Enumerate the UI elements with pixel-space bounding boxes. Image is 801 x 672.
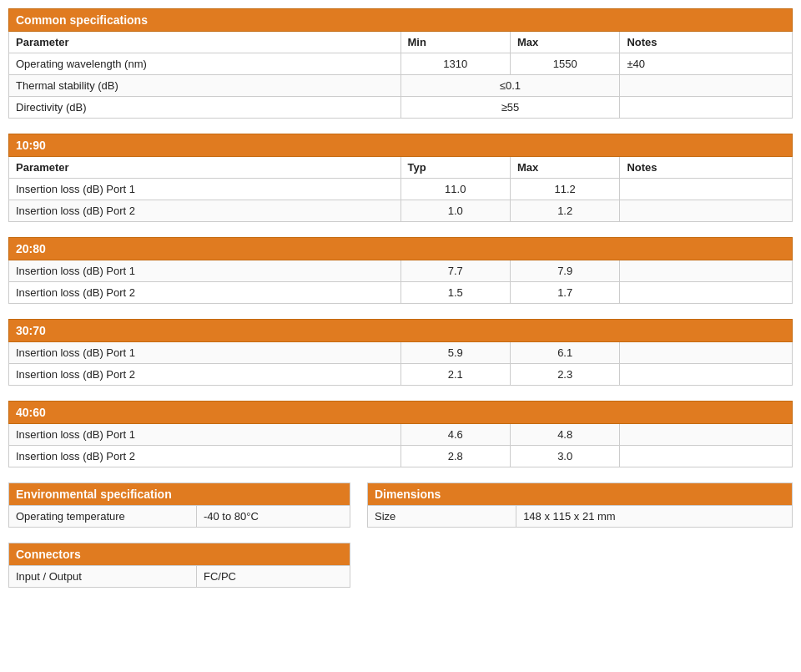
ratio-4060-row-1-param: Insertion loss (dB) Port 2 <box>9 446 401 467</box>
ratio-1090-header-cell: 10:90 <box>9 134 793 157</box>
ratio-1090-row-1-param: Insertion loss (dB) Port 2 <box>9 200 401 222</box>
common-header-cell: Common specifications <box>9 9 793 32</box>
common-row-0-max: 1550 <box>510 53 619 75</box>
ratio-3070-row-1-max: 2.3 <box>510 364 619 386</box>
common-col-param: Parameter <box>9 32 401 53</box>
ratio-4060-row-0-max: 4.8 <box>510 424 619 446</box>
env-table: Environmental specification Operating te… <box>8 483 350 528</box>
ratio-1090-row-0: Insertion loss (dB) Port 1 11.0 11.2 <box>9 179 793 200</box>
ratio-1090-table: 10:90 Parameter Typ Max Notes Insertion … <box>8 134 793 222</box>
ratio-3070-row-1-param: Insertion loss (dB) Port 2 <box>9 364 401 386</box>
env-value: -40 to 80°C <box>196 506 350 528</box>
ratio-4060-row-0: Insertion loss (dB) Port 1 4.6 4.8 <box>9 424 793 446</box>
ratio-4060-row-1-max: 3.0 <box>510 446 619 467</box>
ratio-3070-row-1-typ: 2.1 <box>400 364 510 386</box>
ratio-2080-row-1-param: Insertion loss (dB) Port 2 <box>9 282 401 304</box>
ratio-1090-row-0-max: 11.2 <box>510 179 619 200</box>
env-header-row: Environmental specification <box>9 483 350 506</box>
ratio-1090-row-1: Insertion loss (dB) Port 2 1.0 1.2 <box>9 200 793 222</box>
ratio-4060-row-0-notes <box>620 424 793 446</box>
ratio-2080-header-cell: 20:80 <box>9 238 793 260</box>
dimensions-row: Size 148 x 115 x 21 mm <box>368 506 793 528</box>
ratio-3070-table: 30:70 Insertion loss (dB) Port 1 5.9 6.1… <box>8 319 793 386</box>
common-row-0-notes: ±40 <box>620 53 793 75</box>
ratio-1090-row-1-typ: 1.0 <box>400 200 510 222</box>
ratio-4060-header-cell: 40:60 <box>9 402 793 424</box>
ratio-2080-row-0-notes <box>620 260 793 282</box>
dimensions-header-cell: Dimensions <box>368 483 793 506</box>
ratio-1090-header-row: 10:90 <box>9 134 793 157</box>
ratio-1090-row-0-notes <box>620 179 793 200</box>
common-row-0-min: 1310 <box>400 53 510 75</box>
env-row: Operating temperature -40 to 80°C <box>9 506 350 528</box>
ratio-3070-row-0: Insertion loss (dB) Port 1 5.9 6.1 <box>9 342 793 364</box>
common-row-1-notes <box>620 75 793 97</box>
bottom-right: Dimensions Size 148 x 115 x 21 mm <box>367 483 793 603</box>
bottom-left: Environmental specification Operating te… <box>8 483 350 603</box>
dimensions-header-row: Dimensions <box>368 483 793 506</box>
ratio-4060-row-1-typ: 2.8 <box>400 446 510 467</box>
ratio-2080-row-1-max: 1.7 <box>510 282 619 304</box>
env-header-cell: Environmental specification <box>9 483 350 506</box>
common-row-2: Directivity (dB) ≥55 <box>9 97 793 119</box>
ratio-4060-row-0-param: Insertion loss (dB) Port 1 <box>9 424 401 446</box>
common-header-row: Common specifications <box>9 9 793 32</box>
ratio-3070-row-0-typ: 5.9 <box>400 342 510 364</box>
ratio-3070-header-cell: 30:70 <box>9 320 793 342</box>
ratio-1090-col-typ: Typ <box>400 157 510 179</box>
ratio-2080-row-0-max: 7.9 <box>510 260 619 282</box>
page-wrapper: Common specifications Parameter Min Max … <box>8 8 793 603</box>
common-row-2-notes <box>620 97 793 119</box>
dimensions-table: Dimensions Size 148 x 115 x 21 mm <box>367 483 793 528</box>
ratio-4060-table: 40:60 Insertion loss (dB) Port 1 4.6 4.8… <box>8 401 793 467</box>
ratio-1090-row-0-param: Insertion loss (dB) Port 1 <box>9 179 401 200</box>
ratio-2080-row-0-param: Insertion loss (dB) Port 1 <box>9 260 401 282</box>
ratio-2080-row-1: Insertion loss (dB) Port 2 1.5 1.7 <box>9 282 793 304</box>
dimensions-param: Size <box>368 506 516 528</box>
connectors-header-cell: Connectors <box>9 543 350 566</box>
ratio-1090-col-header: Parameter Typ Max Notes <box>9 157 793 179</box>
ratio-1090-col-notes: Notes <box>620 157 793 179</box>
dimensions-value: 148 x 115 x 21 mm <box>516 506 793 528</box>
ratio-2080-row-1-notes <box>620 282 793 304</box>
ratio-2080-row-0-typ: 7.7 <box>400 260 510 282</box>
common-row-2-param: Directivity (dB) <box>9 97 401 119</box>
ratio-3070-row-0-param: Insertion loss (dB) Port 1 <box>9 342 401 364</box>
ratio-4060-row-0-typ: 4.6 <box>400 424 510 446</box>
ratio-1090-row-1-max: 1.2 <box>510 200 619 222</box>
common-row-1-param: Thermal stability (dB) <box>9 75 401 97</box>
ratio-4060-header-row: 40:60 <box>9 402 793 424</box>
common-col-min: Min <box>400 32 510 53</box>
common-row-0-param: Operating wavelength (nm) <box>9 53 401 75</box>
ratio-4060-row-1: Insertion loss (dB) Port 2 2.8 3.0 <box>9 446 793 467</box>
ratio-3070-row-1-notes <box>620 364 793 386</box>
ratio-3070-header-row: 30:70 <box>9 320 793 342</box>
ratio-3070-row-0-max: 6.1 <box>510 342 619 364</box>
common-col-header: Parameter Min Max Notes <box>9 32 793 53</box>
common-row-2-val: ≥55 <box>400 97 620 119</box>
ratio-1090-col-max: Max <box>510 157 619 179</box>
ratio-2080-table: 20:80 Insertion loss (dB) Port 1 7.7 7.9… <box>8 237 793 304</box>
connectors-table: Connectors Input / Output FC/PC <box>8 543 350 588</box>
common-specs-table: Common specifications Parameter Min Max … <box>8 8 793 119</box>
common-row-0: Operating wavelength (nm) 1310 1550 ±40 <box>9 53 793 75</box>
connectors-header-row: Connectors <box>9 543 350 566</box>
bottom-section: Environmental specification Operating te… <box>8 483 793 603</box>
common-col-notes: Notes <box>620 32 793 53</box>
ratio-2080-row-1-typ: 1.5 <box>400 282 510 304</box>
ratio-3070-row-0-notes <box>620 342 793 364</box>
ratio-3070-row-1: Insertion loss (dB) Port 2 2.1 2.3 <box>9 364 793 386</box>
connectors-param: Input / Output <box>9 566 197 588</box>
connectors-value: FC/PC <box>196 566 350 588</box>
ratio-1090-row-1-notes <box>620 200 793 222</box>
ratio-2080-header-row: 20:80 <box>9 238 793 260</box>
ratio-2080-row-0: Insertion loss (dB) Port 1 7.7 7.9 <box>9 260 793 282</box>
ratio-1090-col-param: Parameter <box>9 157 401 179</box>
common-col-max: Max <box>510 32 619 53</box>
ratio-4060-row-1-notes <box>620 446 793 467</box>
common-row-1-val: ≤0.1 <box>400 75 620 97</box>
ratio-1090-row-0-typ: 11.0 <box>400 179 510 200</box>
connectors-row: Input / Output FC/PC <box>9 566 350 588</box>
env-param: Operating temperature <box>9 506 197 528</box>
common-row-1: Thermal stability (dB) ≤0.1 <box>9 75 793 97</box>
